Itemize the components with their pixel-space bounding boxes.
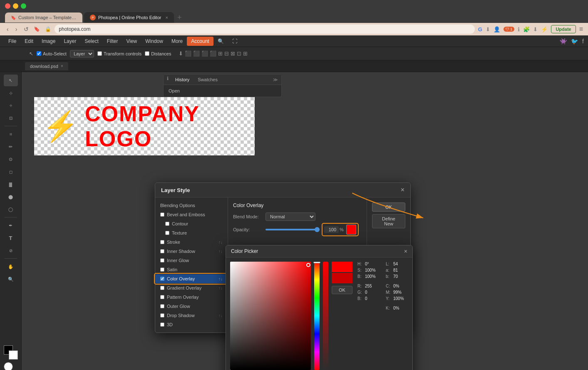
tool-eyedropper[interactable]: ⌗ (4, 128, 18, 140)
stroke-checkbox[interactable] (160, 240, 164, 244)
inner-glow-checkbox[interactable] (160, 258, 164, 262)
traffic-light-green[interactable] (21, 3, 26, 9)
history-item-open[interactable]: Open (164, 87, 281, 95)
layer-item-bevel[interactable]: Bevel and Emboss (155, 210, 228, 219)
color-overlay-preview[interactable] (346, 225, 356, 235)
tool-stamp[interactable]: ⊙ (4, 153, 18, 165)
menu-image[interactable]: Image (37, 37, 60, 46)
layer-item-3d[interactable]: 3D (155, 320, 228, 329)
menu-select[interactable]: Select (80, 37, 102, 46)
layer-item-inner-shadow[interactable]: Inner Shadow ↑↓ (155, 247, 228, 256)
tool-gradient[interactable]: ▓ (4, 178, 18, 190)
auto-select-checkbox[interactable] (37, 51, 41, 56)
tool-blur[interactable]: ⬤ (4, 191, 18, 202)
reload-btn[interactable]: ↺ (22, 25, 30, 33)
distances-toggle[interactable]: Distances (145, 51, 171, 56)
menu-view[interactable]: View (122, 37, 141, 46)
menu-layer[interactable]: Layer (60, 37, 80, 46)
alpha-bar[interactable] (323, 262, 328, 370)
tab-custom-image[interactable]: 🔖 Custom Image – Templates – Polici (5, 12, 82, 22)
history-panel-header: ℹ History Swatches ≫ (164, 75, 281, 85)
layer-item-outer-glow[interactable]: Outer Glow (155, 302, 228, 311)
drop-shadow-checkbox[interactable] (160, 313, 164, 318)
layer-item-satin[interactable]: Satin (155, 265, 228, 274)
tab-photopea[interactable]: P Photopea | Online Photo Editor × (84, 12, 174, 23)
hue-bar[interactable] (314, 262, 320, 370)
layer-item-inner-glow[interactable]: Inner Glow (155, 256, 228, 265)
opacity-slider[interactable] (265, 229, 320, 230)
texture-checkbox[interactable] (165, 231, 169, 235)
fg-bg-colors[interactable] (4, 345, 18, 360)
opacity-input[interactable]: 100 (324, 226, 339, 233)
menu-filter[interactable]: Filter (103, 37, 122, 46)
tool-text[interactable]: T (4, 232, 18, 244)
address-input[interactable] (55, 25, 474, 34)
contour-checkbox[interactable] (165, 222, 169, 226)
layer-item-stroke[interactable]: Stroke ↑↓ (155, 238, 228, 247)
menu-account[interactable]: Account (187, 37, 213, 46)
back-btn[interactable]: ‹ (5, 25, 10, 33)
layer-item-texture[interactable]: Texture (155, 228, 228, 238)
layer-item-contour[interactable]: Contour (155, 219, 228, 228)
tool-zoom[interactable]: 🔍 (4, 273, 18, 285)
menu-edit[interactable]: Edit (20, 37, 37, 46)
update-button[interactable]: Update (551, 25, 576, 33)
doc-tab-close-btn[interactable]: × (61, 64, 63, 68)
tab2-close-btn[interactable]: × (165, 15, 168, 20)
menu-fullscreen-icon[interactable]: ⛶ (228, 37, 241, 46)
auto-select-toggle[interactable]: Auto-Select (37, 51, 67, 56)
cp-body: OK H: 0° L: 54 S: 100% (226, 258, 412, 370)
tool-select-rect[interactable]: ⊹ (4, 87, 18, 99)
tool-dodge[interactable]: ◯ (4, 203, 18, 215)
forward-btn[interactable]: › (14, 25, 19, 33)
ok-button[interactable]: OK (372, 202, 405, 212)
transform-toggle[interactable]: Transform controls (97, 51, 141, 56)
inner-shadow-checkbox[interactable] (160, 249, 164, 253)
tool-eraser[interactable]: ◻ (4, 166, 18, 178)
dialog-close-btn[interactable]: × (401, 186, 404, 194)
cp-close-btn[interactable]: × (404, 248, 407, 255)
3d-checkbox[interactable] (160, 322, 164, 327)
color-overlay-checkbox[interactable] (160, 277, 164, 281)
tool-hand[interactable]: ✋ (4, 261, 18, 272)
layer-item-gradient-overlay[interactable]: Gradient Overlay ↑↓ (155, 283, 228, 292)
history-tab-swatches[interactable]: Swatches (194, 76, 221, 83)
quick-mask-icon[interactable] (4, 362, 13, 370)
tool-pen[interactable]: ✒ (4, 220, 18, 231)
menu-more[interactable]: More (167, 37, 187, 46)
traffic-light-red[interactable] (5, 3, 10, 9)
layer-item-blending[interactable]: Blending Options (155, 201, 228, 210)
bevel-checkbox[interactable] (160, 212, 164, 217)
layer-item-drop-shadow[interactable]: Drop Shadow ↑↓ (155, 311, 228, 320)
define-new-button[interactable]: Define New (372, 214, 405, 228)
a-label: a: (386, 268, 392, 272)
satin-checkbox[interactable] (160, 268, 164, 272)
new-tab-btn[interactable]: + (177, 13, 182, 22)
traffic-light-yellow[interactable] (13, 3, 18, 9)
history-tab-history[interactable]: History (172, 76, 193, 83)
tool-shape[interactable]: ⊘ (4, 245, 18, 256)
menu-window[interactable]: Window (141, 37, 167, 46)
cp-ok-btn[interactable]: OK (332, 286, 352, 294)
doc-tab-download[interactable]: download.psd × (25, 62, 68, 70)
gradient-overlay-checkbox[interactable] (160, 286, 164, 290)
l-value: 54 (393, 262, 408, 266)
tool-crop[interactable]: ⊡ (4, 112, 18, 124)
history-panel-menu-icon[interactable]: ≫ (273, 77, 278, 82)
background-color[interactable] (9, 350, 18, 360)
transform-checkbox[interactable] (97, 51, 102, 56)
layer-select[interactable]: Layer (70, 50, 94, 58)
menu-file[interactable]: File (4, 37, 20, 46)
outer-glow-checkbox[interactable] (160, 304, 164, 308)
pattern-overlay-checkbox[interactable] (160, 295, 164, 299)
distances-checkbox[interactable] (145, 51, 149, 56)
tool-magic[interactable]: ✧ (4, 100, 18, 111)
blend-mode-select[interactable]: Normal (265, 212, 315, 221)
layer-item-pattern-overlay[interactable]: Pattern Overlay (155, 292, 228, 302)
tool-brush[interactable]: ✏ (4, 141, 18, 152)
layer-item-color-overlay[interactable]: Color Overlay ↑↓ (155, 274, 228, 283)
menu-search-icon[interactable]: 🔍 (213, 37, 228, 46)
color-gradient[interactable] (230, 262, 311, 370)
tool-move[interactable]: ↖ (4, 75, 18, 86)
opacity-label: Opacity: (233, 227, 262, 232)
